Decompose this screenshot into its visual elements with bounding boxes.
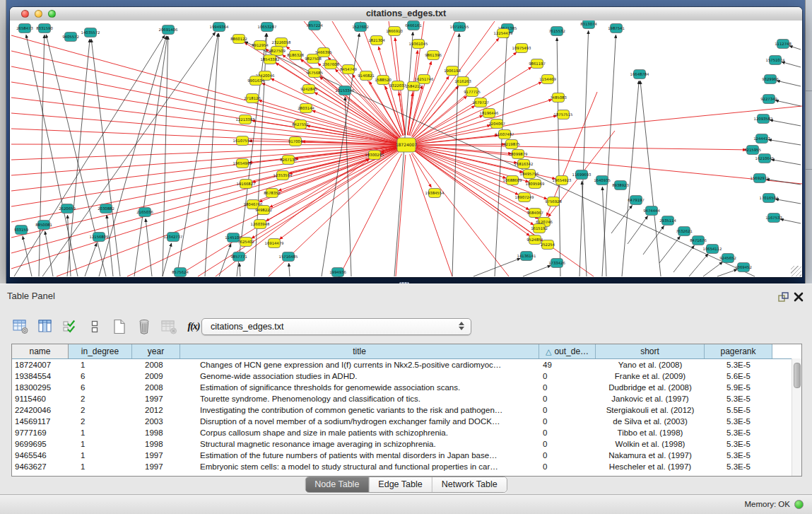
graph-node[interactable]: 9474444 xyxy=(643,206,660,216)
graph-node[interactable]: 8267130 xyxy=(280,156,297,165)
graph-node[interactable]: 1987541 xyxy=(608,24,625,33)
graph-node[interactable]: 10654112 xyxy=(703,245,722,254)
tab-network-table[interactable]: Network Table xyxy=(433,477,507,492)
graph-node[interactable]: 8678352 xyxy=(264,189,281,198)
graph-node[interactable]: 16107552 xyxy=(233,136,252,146)
graph-node[interactable]: 7632621 xyxy=(676,227,693,236)
graph-node[interactable]: 1167533 xyxy=(765,214,782,223)
column-header-short[interactable]: short xyxy=(596,344,705,358)
graph-node[interactable]: 18099879 xyxy=(509,150,528,159)
graph-node[interactable]: 2030882 xyxy=(98,204,114,214)
table-row[interactable]: 1938455462009Genome-wide association stu… xyxy=(12,370,801,382)
graph-node[interactable]: 2204067 xyxy=(488,119,505,129)
column-header-out_degree[interactable]: △out_de… xyxy=(539,344,596,358)
network-canvas[interactable]: 1872400726584738331590940557214035572206… xyxy=(10,21,802,277)
graph-node[interactable]: 1733426 xyxy=(548,259,565,268)
graph-node[interactable]: 16648784 xyxy=(630,70,650,79)
column-header-title[interactable]: title xyxy=(180,344,539,358)
graph-node[interactable]: 12342737 xyxy=(164,233,183,242)
graph-node[interactable]: 8186328 xyxy=(287,51,304,60)
graph-node[interactable]: 8575624 xyxy=(172,268,189,277)
graph-node[interactable]: 1154469 xyxy=(539,75,556,84)
graph-node[interactable]: 252254 xyxy=(541,240,555,250)
graph-node[interactable]: 2718126 xyxy=(244,94,261,103)
graph-node[interactable]: 9146821 xyxy=(358,71,375,81)
graph-node[interactable]: 10719155 xyxy=(450,23,469,32)
graph-node[interactable]: 11699693 xyxy=(572,170,592,180)
graph-node[interactable]: 9227349 xyxy=(760,95,777,104)
table-row[interactable]: 2242004622012Investigating the contribut… xyxy=(12,404,801,416)
graph-node[interactable]: 933159 xyxy=(14,226,28,235)
graph-node[interactable]: 1821304 xyxy=(368,36,385,45)
graph-node[interactable]: 16210645 xyxy=(755,154,775,163)
graph-node[interactable]: 8454749 xyxy=(340,65,357,74)
graph-node[interactable]: 9322037 xyxy=(389,81,406,90)
table-row[interactable]: 946362711997Embryonic stem cells: a mode… xyxy=(12,461,801,472)
graph-node[interactable]: 1994936 xyxy=(329,268,346,277)
graph-node[interactable]: 7857224 xyxy=(306,21,323,30)
graph-node[interactable]: 6466161 xyxy=(405,21,422,30)
graph-node[interactable]: 10653287 xyxy=(258,23,277,32)
graph-node[interactable]: 2165036 xyxy=(136,208,153,217)
graph-node[interactable]: 2658473 xyxy=(16,24,33,33)
graph-node[interactable]: 6479197 xyxy=(628,196,645,205)
graph-node[interactable]: 18757515 xyxy=(554,110,573,119)
graph-node[interactable]: 20691406 xyxy=(159,25,179,35)
graph-node[interactable]: 18724007 xyxy=(396,138,418,152)
graph-node[interactable]: 8850081 xyxy=(35,221,52,230)
graph-node[interactable]: 8860122 xyxy=(230,35,247,44)
graph-node[interactable]: 11607487 xyxy=(495,130,514,139)
graph-node[interactable]: 1906193 xyxy=(444,66,461,76)
graph-node[interactable]: 8938923 xyxy=(612,181,629,190)
close-panel-icon[interactable] xyxy=(792,291,805,303)
graph-node[interactable]: 1527602 xyxy=(352,23,369,32)
close-window-icon[interactable] xyxy=(21,10,29,18)
graph-node[interactable]: 9405572 xyxy=(62,33,79,42)
graph-node[interactable]: 12156809 xyxy=(90,233,109,242)
table-row[interactable]: 977716911998Corpus callosum shape and si… xyxy=(12,427,801,438)
graph-node[interactable]: 9827509 xyxy=(269,47,286,56)
graph-node[interactable]: 8427552 xyxy=(292,120,309,129)
function-builder-icon[interactable]: f(x) xyxy=(184,317,203,336)
graph-node[interactable]: 12213383 xyxy=(236,115,255,124)
table-scrollbar[interactable] xyxy=(792,358,801,476)
graph-node[interactable]: 10975493 xyxy=(512,44,531,53)
graph-node[interactable]: 5466395 xyxy=(315,48,332,57)
graph-node[interactable]: 23226058 xyxy=(272,38,292,47)
table-row[interactable]: 911546021997Tourette syndrome. Phenomeno… xyxy=(12,393,801,404)
graph-node[interactable]: 7485083 xyxy=(550,93,567,103)
graph-node[interactable]: 9861396 xyxy=(425,51,442,60)
column-header-in_degree[interactable]: in_degree xyxy=(69,344,132,358)
zoom-window-icon[interactable] xyxy=(48,10,56,18)
graph-node[interactable]: 15716485 xyxy=(279,252,298,262)
graph-node[interactable]: 2935114 xyxy=(659,216,676,226)
table-row[interactable]: 946554611997Estimation of the future num… xyxy=(12,450,801,461)
graph-node[interactable]: 9857771 xyxy=(230,252,247,262)
tab-node-table[interactable]: Node Table xyxy=(305,477,369,492)
show-columns-icon[interactable] xyxy=(36,317,54,336)
graph-node[interactable]: 9242845 xyxy=(300,85,317,94)
graph-node[interactable]: 14136141 xyxy=(517,252,536,261)
table-row[interactable]: 1872400712008Changes of HCN gene express… xyxy=(12,359,801,370)
graph-node[interactable]: 9498222 xyxy=(255,206,272,215)
graph-node[interactable]: 18196446 xyxy=(480,109,500,118)
graph-node[interactable]: 10688609 xyxy=(503,176,522,185)
graph-node[interactable]: 1866910 xyxy=(386,27,403,36)
scrollbar-thumb[interactable] xyxy=(794,363,801,388)
graph-node[interactable]: 12093582 xyxy=(754,115,773,124)
graph-node[interactable]: 14035572 xyxy=(81,28,100,37)
table-row[interactable]: 1456911722003Disruption of a novel membe… xyxy=(12,416,801,427)
column-header-year[interactable]: year xyxy=(132,344,180,358)
graph-node[interactable]: 917004 xyxy=(288,137,303,146)
graph-node[interactable]: 9219875 xyxy=(503,140,520,149)
delete-column-icon[interactable] xyxy=(135,317,153,336)
tab-edge-table[interactable]: Edge Table xyxy=(369,477,432,492)
column-header-name[interactable]: name xyxy=(12,344,69,358)
graph-node[interactable]: 8331590 xyxy=(36,24,53,33)
graph-node[interactable]: 1112748 xyxy=(775,40,792,49)
graph-node[interactable]: 2620659 xyxy=(59,204,76,214)
graph-node[interactable]: 17016504 xyxy=(760,194,779,203)
graph-node[interactable]: 3684067 xyxy=(526,209,543,218)
graph-node[interactable]: 1069452 xyxy=(735,263,752,272)
graph-node[interactable]: 19949364 xyxy=(210,23,230,32)
